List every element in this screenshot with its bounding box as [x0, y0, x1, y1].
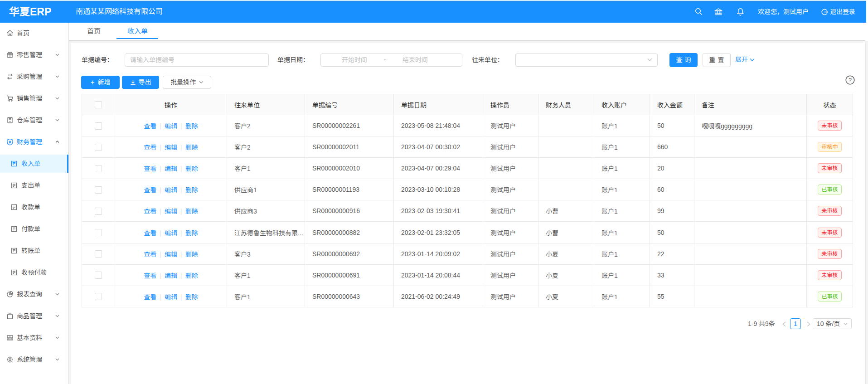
svg-text:?: ?: [849, 77, 852, 83]
